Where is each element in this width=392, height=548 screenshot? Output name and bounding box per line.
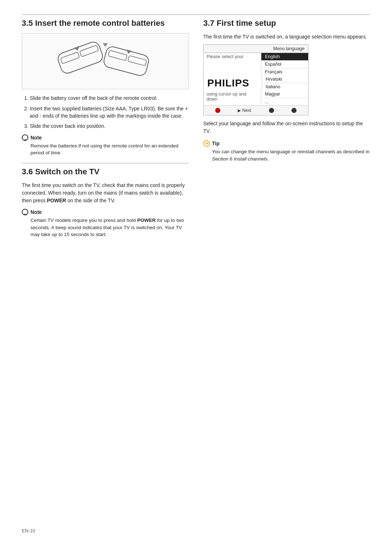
menu-lang-row-bottom: using cursor up and down Magyar ... bbox=[204, 90, 308, 105]
section-37-text: First time setup bbox=[217, 19, 276, 28]
svg-rect-5 bbox=[108, 50, 127, 60]
menu-lang-row-1: Please select your English Español Franç… bbox=[204, 53, 308, 76]
section-35-num: 3.5 bbox=[22, 19, 33, 28]
select-lang-text: Select your language and follow the on-s… bbox=[203, 120, 370, 135]
lang-italiano[interactable]: Italiano bbox=[262, 83, 308, 90]
lang-more[interactable]: ... bbox=[261, 98, 308, 105]
menu-lang-bottom-left: using cursor up and down bbox=[204, 90, 261, 105]
section-37-num: 3.7 bbox=[203, 19, 215, 28]
menu-language-box: Menu language Please select your English… bbox=[203, 44, 309, 115]
section-35-text: Insert the remote control batteries bbox=[35, 19, 165, 28]
section-36-note: ⎯ Note Certain TV models require you to … bbox=[22, 209, 189, 238]
menu-lang-left-1: Please select your bbox=[204, 53, 261, 76]
section-36: 3.6 Switch on the TV The first time you … bbox=[22, 167, 189, 238]
menu-lang-right-2: Hrvatski Italiano bbox=[262, 76, 308, 90]
svg-rect-6 bbox=[128, 56, 147, 66]
section-37-intro: The first time the TV is switched on, a … bbox=[203, 33, 370, 41]
lang-espanol[interactable]: Español bbox=[261, 61, 308, 68]
section-35-steps: Slide the battery cover off the back of … bbox=[22, 94, 189, 130]
svg-rect-4 bbox=[102, 45, 150, 77]
menu-lang-right-3: Magyar ... bbox=[261, 90, 308, 105]
section-36-body: The first time you switch on the TV, che… bbox=[22, 182, 189, 204]
section-35-note-text: Remove the batteries if not using the re… bbox=[30, 142, 189, 157]
step-35-3: Slide the cover back into position. bbox=[30, 122, 189, 130]
page-footer: EN-10 bbox=[22, 521, 370, 533]
step-35-1: Slide the battery cover off the back of … bbox=[30, 94, 189, 102]
lang-magyar[interactable]: Magyar bbox=[261, 90, 308, 98]
lang-english[interactable]: English bbox=[261, 53, 308, 61]
section-36-text: Switch on the TV bbox=[35, 167, 99, 176]
btn-red[interactable] bbox=[215, 108, 220, 113]
tip-icon: ✦ bbox=[203, 140, 210, 147]
left-column: 3.5 Insert the remote control batteries bbox=[22, 15, 189, 521]
btn-grey-2[interactable] bbox=[291, 108, 297, 113]
philips-logo: PHILIPS bbox=[207, 77, 249, 89]
step-35-2: Insert the two supplied batteries (Size … bbox=[30, 105, 189, 120]
svg-rect-0 bbox=[56, 40, 105, 75]
section-35-note: ⎯ Note Remove the batteries if not using… bbox=[22, 134, 189, 157]
section-37-tip: ✦ Tip You can change the menu language o… bbox=[203, 140, 370, 162]
section-35-note-label: ⎯ Note bbox=[22, 134, 189, 141]
section-36-num: 3.6 bbox=[22, 167, 33, 176]
page: 3.5 Insert the remote control batteries bbox=[0, 0, 392, 548]
battery-image bbox=[22, 33, 189, 89]
note-icon-36: ⎯ bbox=[22, 209, 28, 215]
section-37-tip-label: ✦ Tip bbox=[203, 140, 370, 147]
lang-hrvatski[interactable]: Hrvatski bbox=[262, 76, 308, 83]
section-37-tip-text: You can change the menu language or rein… bbox=[212, 148, 370, 162]
philips-logo-cell: PHILIPS bbox=[204, 76, 262, 90]
right-column: 3.7 First time setup The first time the … bbox=[203, 15, 370, 521]
menu-lang-header: Menu language bbox=[204, 45, 308, 53]
two-column-layout: 3.5 Insert the remote control batteries bbox=[22, 15, 370, 521]
battery-svg bbox=[49, 36, 162, 87]
note-icon: ⎯ bbox=[22, 134, 28, 141]
section-35-title: 3.5 Insert the remote control batteries bbox=[22, 19, 189, 28]
menu-lang-row-philips: PHILIPS Hrvatski Italiano bbox=[204, 76, 308, 90]
svg-rect-2 bbox=[79, 45, 98, 57]
section-36-note-label: ⎯ Note bbox=[22, 209, 189, 215]
menu-lang-right-1: English Español Français bbox=[261, 53, 308, 76]
section-37-title: 3.7 First time setup bbox=[203, 19, 370, 28]
lang-francais[interactable]: Français bbox=[261, 68, 308, 76]
svg-marker-8 bbox=[103, 43, 108, 47]
section-36-title: 3.6 Switch on the TV bbox=[22, 167, 189, 176]
menu-lang-buttons: ▶ Next bbox=[204, 105, 308, 115]
section-36-note-text: Certain TV models require you to press a… bbox=[30, 217, 189, 238]
btn-next[interactable]: ▶ Next bbox=[238, 108, 251, 113]
btn-grey-1[interactable] bbox=[269, 108, 274, 113]
svg-rect-1 bbox=[61, 52, 79, 64]
divider-36 bbox=[22, 163, 189, 163]
